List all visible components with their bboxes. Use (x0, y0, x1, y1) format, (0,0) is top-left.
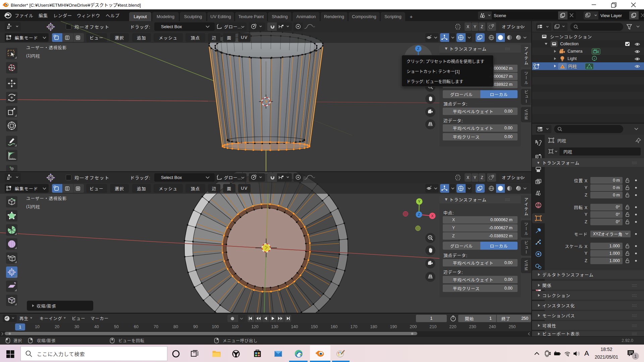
svg-text:X: X (431, 214, 434, 218)
svg-text:Y: Y (418, 199, 421, 203)
svg-text:Z: Z (417, 47, 420, 51)
svg-text:Z: Z (418, 213, 420, 217)
